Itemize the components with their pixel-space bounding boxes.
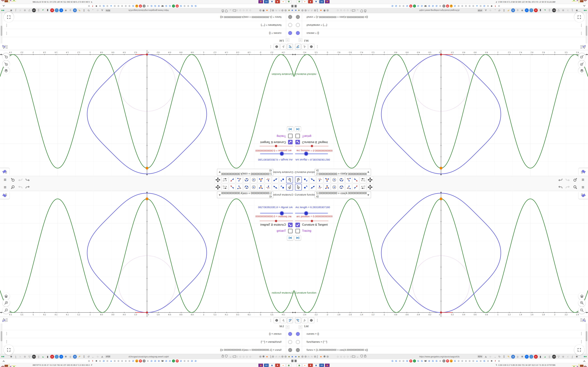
browser-action-icon[interactable]: + [525, 8, 529, 12]
angle-tool[interactable]: α [236, 184, 243, 191]
fullscreen-button[interactable] [574, 345, 584, 355]
tab-favicon[interactable]: ✿ [117, 5, 120, 8]
tab-favicon[interactable]: ▲ [135, 5, 138, 8]
lock-icon[interactable] [364, 355, 366, 359]
algebra-row-funcNames[interactable]: funcNames = {" "}⋮ [294, 338, 588, 346]
algebra-row-curves[interactable]: curves = {}⋮ [294, 29, 588, 37]
tab-favicon[interactable]: ✿ [187, 359, 190, 362]
browser-action-icon[interactable]: UD [552, 8, 556, 12]
algebra-scrollbar-thumb[interactable] [586, 26, 587, 36]
play-animation-button[interactable] [295, 235, 301, 241]
statusbar-icon[interactable]: ⊕ [281, 355, 284, 359]
tab-favicon[interactable]: G [194, 5, 197, 8]
zoom-out-button[interactable] [578, 53, 586, 60]
arc-position-point[interactable] [440, 312, 442, 313]
statusbar-icon[interactable]: ⊕ [301, 355, 304, 359]
browser-action-icon[interactable]: ↓ [55, 355, 59, 359]
back-arrow-icon[interactable]: ← [229, 355, 232, 359]
collapse-button[interactable]: − [285, 325, 289, 329]
browser-action-icon[interactable]: ✱ [520, 355, 524, 359]
move-tool[interactable] [295, 184, 302, 191]
tab-favicon[interactable]: ✿ [428, 359, 431, 362]
statusbar-icon[interactable]: ● [266, 8, 268, 12]
ellipse-tool[interactable] [338, 176, 345, 183]
back-arrow-icon[interactable]: ← [229, 8, 232, 12]
statusbar-icon[interactable]: ✱ [323, 8, 326, 12]
folder-icon[interactable] [233, 355, 236, 359]
browser-action-icon[interactable]: A [511, 355, 515, 359]
tab-favicon[interactable]: G [190, 359, 193, 362]
tab-favicon[interactable]: ▲ [135, 359, 138, 362]
algebra-row-curves[interactable]: curves = {}⋮ [0, 29, 294, 37]
browser-action-icon[interactable]: ↓ [529, 355, 533, 359]
menu-icon[interactable]: ≡ [580, 177, 586, 183]
trace-point[interactable] [440, 198, 442, 200]
statusbar-icon[interactable]: ⊕ [304, 8, 307, 12]
tab-favicon[interactable]: ✿ [117, 359, 120, 362]
zoom-out-button[interactable] [2, 307, 10, 314]
tray-chevron-icon[interactable] [583, 4, 586, 7]
tab-favicon[interactable]: W [424, 5, 427, 8]
tab-favicon[interactable]: ✿ [486, 359, 490, 362]
browser-action-icon[interactable]: ⊕ [561, 8, 565, 12]
browser-action-icon[interactable]: ✱ [575, 355, 579, 359]
play-animation-button[interactable] [287, 235, 293, 241]
tab-favicon[interactable]: i [143, 359, 146, 362]
visibility-toggle[interactable] [288, 348, 292, 352]
zoom-in-button[interactable] [2, 299, 10, 307]
taskbar-app-icon[interactable]: ● [303, 364, 307, 367]
fullscreen-button[interactable] [574, 12, 584, 22]
tab-favicon[interactable]: G [483, 5, 486, 8]
taskbar-app-icon[interactable]: ✱ [308, 0, 313, 3]
polygon-tool[interactable] [324, 176, 330, 183]
graphics-view[interactable]: -2.4-2.2-2-1.8-1.6-1.4-1.2-1-0.8-0.6-0.4… [294, 50, 588, 176]
browser-action-icon[interactable]: ☆ [488, 355, 492, 359]
tab-favicon[interactable]: G [165, 5, 168, 8]
zoom-in-button[interactable] [578, 60, 586, 68]
arc-length-slider[interactable] [295, 213, 328, 214]
tab-favicon[interactable]: ✿ [124, 359, 127, 362]
polygon-tool[interactable] [258, 184, 264, 191]
browser-action-icon[interactable]: UD [32, 8, 36, 12]
statusbar-icon[interactable]: ⊕ [272, 8, 274, 12]
line-tool[interactable] [272, 176, 279, 183]
tab-favicon[interactable]: ● [110, 5, 112, 8]
tab-favicon[interactable]: f [494, 5, 497, 8]
browser-action-icon[interactable]: ☆ [488, 8, 492, 12]
tab-favicon[interactable]: ● [476, 359, 478, 362]
statusbar-icon[interactable]: ⊕ [314, 8, 316, 12]
tab-favicon[interactable]: ✿ [183, 5, 186, 8]
taskbar-app-icon[interactable]: 64 [319, 0, 324, 3]
reflect-tool[interactable] [229, 184, 235, 191]
tab-favicon[interactable]: W [161, 5, 164, 8]
browser-action-icon[interactable]: ✱ [520, 8, 524, 12]
visibility-toggle[interactable] [296, 15, 300, 19]
visibility-toggle[interactable] [288, 23, 292, 27]
browser-action-icon[interactable]: ↻ [498, 355, 501, 359]
reflect-tool[interactable] [229, 176, 235, 183]
lock-icon[interactable] [222, 355, 224, 359]
tab-favicon[interactable]: ✿ [124, 5, 127, 8]
kebab-menu-icon[interactable]: ⋮ [316, 318, 319, 322]
browser-action-icon[interactable]: ✱ [9, 355, 13, 359]
algebra-scrollbar-thumb[interactable] [1, 26, 2, 36]
curvature-tangent-checkbox[interactable] [295, 140, 300, 144]
fx-icon[interactable]: fx [280, 44, 286, 50]
fx-icon[interactable]: fx [280, 317, 286, 323]
taskbar-app-icon[interactable]: 64 [319, 364, 324, 367]
tab-favicon[interactable]: G [453, 359, 456, 362]
tab-favicon[interactable]: ✿ [402, 359, 405, 362]
tab-favicon[interactable]: ✿ [461, 5, 464, 8]
tab-favicon[interactable]: ✿ [106, 359, 109, 362]
function-combobox[interactable]: 1.000000000000 + cos(4.000000000000 x) ▼ [217, 169, 273, 175]
tab-favicon[interactable]: ✓ [413, 5, 416, 8]
algebra-row-funcs[interactable]: funcs = {1.000000000000 + cos(4.00000000… [0, 13, 294, 21]
angle-tool[interactable]: α [345, 184, 352, 191]
gear-icon[interactable] [274, 317, 280, 323]
visibility-toggle[interactable] [288, 31, 292, 35]
tab-favicon[interactable]: G [395, 5, 398, 8]
taskbar-app-icon[interactable]: ▣ [269, 0, 274, 3]
browser-action-icon[interactable]: ▯ [548, 355, 551, 359]
statusbar-icon[interactable]: ∩ [275, 355, 277, 359]
zoom-out-button[interactable] [578, 307, 586, 314]
